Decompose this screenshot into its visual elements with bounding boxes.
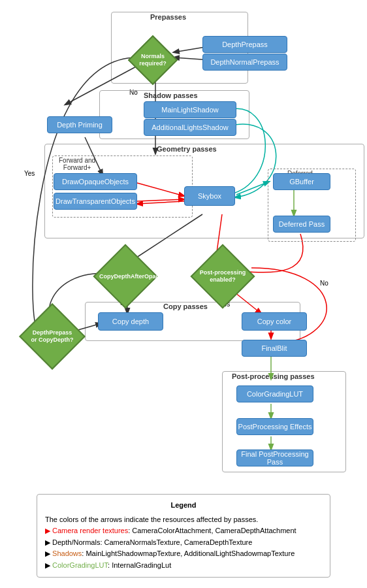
depth-prepass-node: DepthPrepass bbox=[202, 36, 287, 53]
diagram-container: Prepasses Shadow passes Geometry passes … bbox=[0, 0, 367, 562]
deferred-pass-node: Deferred Pass bbox=[273, 216, 330, 233]
gbuffer-node: GBuffer bbox=[273, 173, 330, 190]
color-grading-lut-node: ColorGradingLUT bbox=[236, 385, 313, 402]
legend-box: Legend The colors of the arrows indicate… bbox=[37, 494, 330, 578]
copy-color-node: Copy color bbox=[242, 312, 307, 331]
depth-priming-node: Depth Priming bbox=[47, 116, 112, 133]
normals-required-diamond: Normalsrequired? bbox=[131, 38, 175, 82]
legend-line2: ▶ Camera render textures: CameraColorAtt… bbox=[45, 525, 322, 537]
post-processing-enabled-diamond: Post-processingenabled? bbox=[193, 253, 252, 299]
legend-title: Legend bbox=[45, 500, 322, 512]
main-light-shadow-node: MainLightShadow bbox=[144, 101, 236, 118]
depth-normal-prepass-node: DepthNormalPrepass bbox=[202, 54, 287, 71]
legend-line4: ▶ Shadows: MainLightShadowmapTexture, Ad… bbox=[45, 548, 322, 560]
additional-lights-shadow-node: AdditionalLightsShadow bbox=[144, 119, 236, 136]
draw-transparent-node: DrawTransparentObjects bbox=[54, 193, 137, 210]
legend-line1: The colors of the arrows indicate the re… bbox=[45, 514, 322, 526]
skybox-node: Skybox bbox=[184, 186, 235, 206]
final-postprocessing-pass-node: Final PostProcessing Pass bbox=[236, 449, 313, 466]
no-label-postproc: No bbox=[320, 280, 328, 287]
draw-opaque-node: DrawOpaqueObjects bbox=[54, 173, 137, 190]
post-processing-effects-node: PostProcessing Effects bbox=[236, 418, 313, 435]
depth-prepass-or-copy-diamond: DepthPrepassor CopyDepth? bbox=[20, 314, 85, 359]
arrows-overlay bbox=[0, 0, 367, 562]
yes-label-normals: Yes bbox=[24, 170, 35, 177]
final-blit-node: FinalBlit bbox=[242, 340, 307, 357]
copy-depth-after-opaque-diamond: CopyDepthAfterOpaque? bbox=[93, 253, 158, 299]
copy-depth-node: Copy depth bbox=[98, 312, 163, 331]
legend-line5: ▶ ColorGradingLUT: InternalGradingLut bbox=[45, 560, 322, 572]
legend-line3: ▶ Depth/Normals: CameraNormalsTexture, C… bbox=[45, 537, 322, 549]
